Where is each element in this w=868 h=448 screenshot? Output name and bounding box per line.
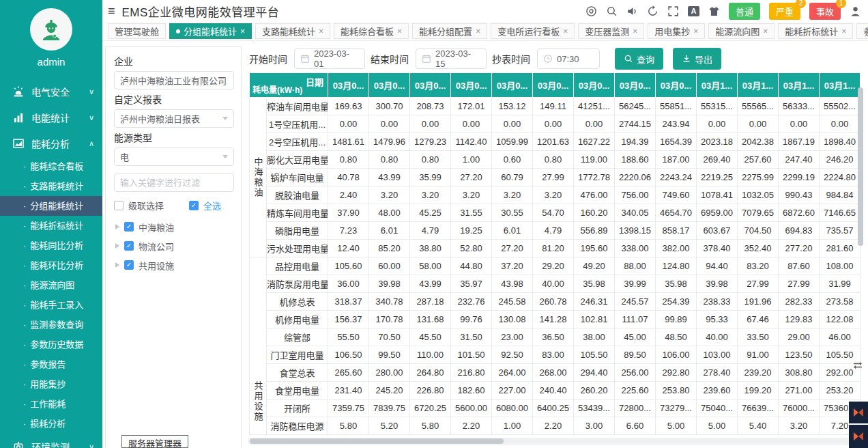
table-row: 脱胶油电量2.403.203.203.203.203.20476.00756.0… <box>250 186 860 204</box>
value-cell: 160.20 <box>574 204 615 222</box>
end-date-input[interactable]: 2023-03-15 <box>416 48 487 69</box>
tree-node-共用设施[interactable]: 共用设施 <box>114 255 234 275</box>
value-cell: 264.80 <box>410 364 451 382</box>
sidebar-item-监测参数查询[interactable]: ·监测参数查询 <box>0 315 102 335</box>
value-cell: 7146.65 <box>820 204 860 222</box>
search-icon[interactable] <box>606 5 618 17</box>
date-column-header: 03月0... <box>328 73 369 98</box>
meter-time-input[interactable]: 07:30 <box>537 48 600 69</box>
dot-circle-icon[interactable] <box>585 5 597 17</box>
sidebar-item-能耗手工录入[interactable]: ·能耗手工录入 <box>0 295 102 315</box>
tab-参数报告[interactable]: 参数报告× <box>856 23 868 39</box>
value-cell: 4.79 <box>410 222 451 240</box>
tab-能耗综合看板[interactable]: 能耗综合看板× <box>334 23 409 39</box>
sidebar-item-参数报告[interactable]: ·参数报告 <box>0 354 102 374</box>
tab-能耗分组配置[interactable]: 能耗分组配置× <box>412 23 487 39</box>
sidebar-item-能耗同比分析[interactable]: ·能耗同比分析 <box>0 236 102 255</box>
value-cell: 704.50 <box>738 222 779 240</box>
sidebar-item-能耗环比分析[interactable]: ·能耗环比分析 <box>0 255 102 275</box>
sidebar-item-支路能耗统计[interactable]: ·支路能耗统计 <box>0 176 102 196</box>
chevron-down-icon: ∨ <box>89 87 94 96</box>
value-cell: 245.57 <box>615 293 656 311</box>
cascade-checkbox[interactable] <box>114 201 124 210</box>
caret-right-icon[interactable] <box>115 243 119 249</box>
theme-shirt-icon[interactable] <box>708 5 720 17</box>
sidebar-menu-电能统计[interactable]: 电能统计∨ <box>0 104 102 130</box>
start-date-input[interactable]: 2023-03-01 <box>294 48 365 69</box>
tab-管理驾驶舱[interactable]: 管理驾驶舱 <box>108 23 166 39</box>
value-cell: 39.99 <box>615 275 656 293</box>
sidebar-item-工作能耗[interactable]: ·工作能耗 <box>0 394 102 414</box>
horizontal-scrollbar[interactable] <box>248 438 858 445</box>
close-icon[interactable]: × <box>841 27 846 36</box>
submenu-label: 用能集抄 <box>30 379 66 389</box>
column-settings-icon[interactable] <box>852 360 863 371</box>
tree-checkbox[interactable] <box>124 241 134 251</box>
close-icon[interactable]: × <box>476 27 480 36</box>
company-input[interactable] <box>114 71 234 89</box>
float-marker-button[interactable] <box>849 425 868 448</box>
end-date-value: 2023-03-15 <box>435 48 480 69</box>
tree-checkbox[interactable] <box>124 260 134 270</box>
analysis-chart-icon <box>12 137 25 150</box>
value-cell: 243.94 <box>656 115 697 133</box>
sidebar-menu-能耗分析[interactable]: 能耗分析∧ <box>0 130 102 156</box>
fullscreen-icon[interactable] <box>667 5 679 17</box>
value-cell: 1479.96 <box>369 133 410 151</box>
value-cell: 253.80 <box>656 382 697 400</box>
tab-变电所运行看板[interactable]: 变电所运行看板× <box>491 23 575 39</box>
hamburger-icon[interactable]: ≡ <box>108 4 115 18</box>
float-marker-button[interactable] <box>849 402 868 423</box>
refresh-icon[interactable] <box>647 5 659 17</box>
sidebar-item-损耗分析[interactable]: ·损耗分析 <box>0 414 102 434</box>
speaker-icon[interactable] <box>626 5 638 17</box>
tree-node-中海粮油[interactable]: 中海粮油 <box>114 217 234 236</box>
value-cell: 232.76 <box>451 293 492 311</box>
avatar[interactable] <box>30 8 72 51</box>
caret-right-icon[interactable] <box>115 224 119 229</box>
sidebar-item-用能集抄[interactable]: ·用能集抄 <box>0 374 102 394</box>
close-icon[interactable]: × <box>693 27 698 36</box>
value-cell: 3.20 <box>369 186 410 204</box>
select-all-label[interactable]: 全选 <box>203 199 221 212</box>
tab-能源流向图[interactable]: 能源流向图× <box>708 23 775 39</box>
tab-分组能耗统计[interactable]: 分组能耗统计× <box>169 23 252 39</box>
sidebar-item-能耗折标统计[interactable]: ·能耗折标统计 <box>0 216 102 236</box>
vertical-scrollbar[interactable] <box>858 87 863 246</box>
tab-支路能耗统计[interactable]: 支路能耗统计× <box>255 23 330 39</box>
caret-right-icon[interactable] <box>115 262 119 268</box>
energy-type-select[interactable] <box>114 148 234 166</box>
sidebar-item-能耗综合看板[interactable]: ·能耗综合看板 <box>0 156 102 176</box>
value-cell: 1279.23 <box>410 133 451 151</box>
tab-能耗折标统计[interactable]: 能耗折标统计× <box>778 23 853 39</box>
value-cell: 27.99 <box>738 275 779 293</box>
submenu-label: 能耗综合看板 <box>30 161 83 171</box>
query-button[interactable]: 查询 <box>615 48 663 70</box>
close-icon[interactable]: × <box>240 27 245 36</box>
sidebar-menu-环境监测[interactable]: 环境监测∨ <box>0 434 102 448</box>
value-cell: 0.80 <box>410 151 451 169</box>
tree-checkbox[interactable] <box>124 222 134 232</box>
alarm-badge-2[interactable]: 事故1 <box>809 3 841 20</box>
close-icon[interactable]: × <box>633 27 637 36</box>
value-cell: 72800... <box>615 400 656 417</box>
alarm-badge-1[interactable]: 严重2 <box>769 3 800 20</box>
tab-变压器监测[interactable]: 变压器监测× <box>578 23 644 39</box>
close-icon[interactable]: × <box>563 27 568 36</box>
export-button[interactable]: 导出 <box>673 48 721 70</box>
close-icon[interactable]: × <box>397 27 402 36</box>
report-select[interactable] <box>114 109 234 128</box>
sidebar-item-分组能耗统计[interactable]: ·分组能耗统计 <box>0 196 102 216</box>
tree-filter-input[interactable] <box>114 173 234 192</box>
sidebar-item-能源流向图[interactable]: ·能源流向图 <box>0 275 102 295</box>
close-icon[interactable]: × <box>319 27 323 36</box>
tree-node-物流公司[interactable]: 物流公司 <box>114 236 234 255</box>
font-size-icon[interactable]: A <box>688 6 699 16</box>
sidebar-menu-电气安全[interactable]: 电气安全∨ <box>0 79 102 104</box>
user-icon[interactable] <box>850 5 861 17</box>
tab-用电集抄[interactable]: 用电集抄× <box>648 23 705 39</box>
sidebar-item-参数历史数据[interactable]: ·参数历史数据 <box>0 335 102 354</box>
close-icon[interactable]: × <box>763 27 768 36</box>
select-all-checkbox[interactable] <box>189 201 199 210</box>
alarm-badge-0[interactable]: 普通 <box>729 3 760 20</box>
